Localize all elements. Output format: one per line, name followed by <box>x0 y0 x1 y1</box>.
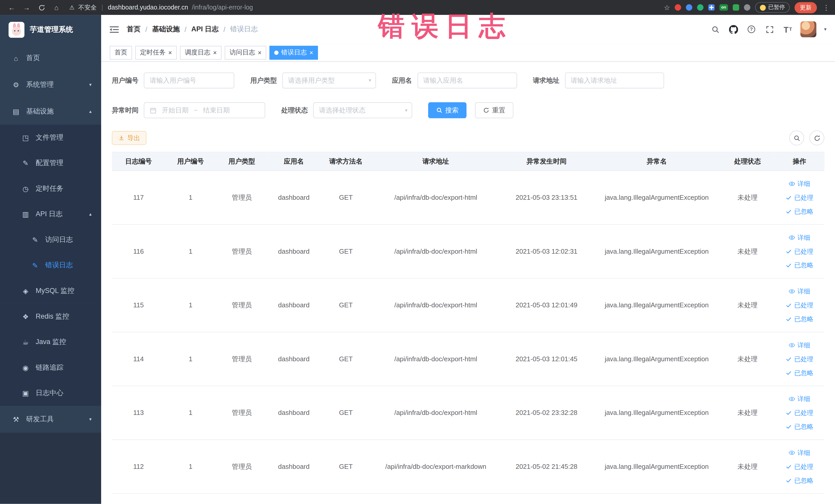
extension-puzzle-icon[interactable] <box>744 4 750 11</box>
extension-icon[interactable] <box>709 4 715 11</box>
sidebar-collapse-icon[interactable] <box>109 25 119 33</box>
toggle-search-button[interactable] <box>789 130 804 145</box>
tab-error-log[interactable]: 错误日志× <box>269 45 318 59</box>
search-icon[interactable] <box>710 24 720 35</box>
sidebar-item-scheduled-tasks[interactable]: ◷定时任务 <box>0 176 101 202</box>
browser-back-icon[interactable]: ← <box>5 1 18 14</box>
refresh-table-button[interactable] <box>809 130 824 145</box>
sidebar-item-file-management[interactable]: ◳文件管理 <box>0 124 101 150</box>
navbar-actions: ? TT ▾ <box>710 21 826 37</box>
column-header: 日志编号 <box>112 152 165 171</box>
detail-link[interactable]: 详细 <box>778 284 821 298</box>
mark-processed-link[interactable]: 已处理 <box>778 352 821 366</box>
tab-label: 访问日志 <box>229 48 255 57</box>
cell-url: /api/infra/db-doc/export-html <box>372 386 500 440</box>
fullscreen-icon[interactable] <box>765 24 775 35</box>
sidebar-item-log-center[interactable]: ▣日志中心 <box>0 380 101 406</box>
avatar-caret-down-icon[interactable]: ▾ <box>824 27 826 32</box>
mark-processed-link[interactable]: 已处理 <box>778 460 821 473</box>
sidebar-item-access-log[interactable]: ✎访问日志 <box>0 227 101 253</box>
github-icon[interactable] <box>728 24 739 35</box>
sidebar-item-api-logs[interactable]: ▥API 日志▴ <box>0 201 101 227</box>
table-header-row: 日志编号用户编号用户类型应用名请求方法名请求地址异常发生时间异常名处理状态操作 <box>112 152 824 171</box>
browser-home-icon[interactable]: ⌂ <box>50 1 63 14</box>
mark-ignored-link[interactable]: 已忽略 <box>778 312 821 326</box>
mark-processed-link[interactable]: 已处理 <box>778 244 821 258</box>
sidebar-item-system-management[interactable]: ⚙系统管理▾ <box>0 72 101 98</box>
extension-icon[interactable] <box>686 4 693 11</box>
sidebar-item-link-tracing[interactable]: ◉链路追踪 <box>0 355 101 381</box>
cell-exception: java.lang.IllegalArgumentException <box>593 440 720 494</box>
mark-processed-link[interactable]: 已处理 <box>778 191 821 205</box>
app-name-input[interactable] <box>417 73 517 88</box>
process-status-select[interactable]: 请选择处理状态 ▾ <box>313 102 412 118</box>
tab-schedule-log[interactable]: 调度日志× <box>180 45 222 59</box>
tab-scheduled-tasks[interactable]: 定时任务× <box>135 45 177 59</box>
export-button-label: 导出 <box>127 134 140 142</box>
detail-link[interactable]: 详细 <box>778 177 821 191</box>
request-url-input[interactable] <box>565 73 664 88</box>
sidebar-item-label: Java 监控 <box>36 337 66 347</box>
breadcrumb-item[interactable]: 首页 <box>127 24 141 34</box>
detail-link[interactable]: 详细 <box>778 338 821 352</box>
breadcrumb-item[interactable]: 基础设施 <box>152 24 180 34</box>
app-logo-row[interactable]: 芋道管理系统 <box>0 15 101 45</box>
user-avatar[interactable] <box>801 21 816 37</box>
mark-ignored-link[interactable]: 已忽略 <box>778 420 821 434</box>
mark-processed-link[interactable]: 已处理 <box>778 298 821 312</box>
sidebar-item-dev-tools[interactable]: ⚒研发工具▾ <box>0 406 101 432</box>
detail-link[interactable]: 详细 <box>778 446 821 460</box>
user-id-input[interactable] <box>144 73 235 88</box>
search-button[interactable]: 搜索 <box>428 102 466 118</box>
paused-badge[interactable]: 已暂停 <box>755 2 790 13</box>
detail-link[interactable]: 详细 <box>778 392 821 406</box>
extension-icon[interactable] <box>697 4 704 11</box>
browser-toolbar-right: ☆ on 已暂停 更新 ⋮ <box>664 2 830 13</box>
browser-update-button[interactable]: 更新 <box>794 2 817 13</box>
address-bar[interactable]: ⚠ 不安全 | dashboard.yudao.iocoder.cn/infra… <box>69 3 253 11</box>
tab-close-icon[interactable]: × <box>258 49 262 56</box>
font-size-icon[interactable]: TT <box>782 24 793 35</box>
mark-ignored-link[interactable]: 已忽略 <box>778 258 821 272</box>
extension-icon[interactable] <box>675 4 681 11</box>
tab-close-icon[interactable]: × <box>213 49 217 56</box>
tab-close-icon[interactable]: × <box>309 49 313 56</box>
extension-on-badge[interactable]: on <box>719 4 728 11</box>
sidebar-item-java-monitor[interactable]: ☕Java 监控 <box>0 329 101 355</box>
tab-home[interactable]: 首页 <box>109 45 132 59</box>
cell-url: /api/infra/db-doc/export-html <box>372 278 500 332</box>
sidebar-item-config-management[interactable]: ✎配置管理 <box>0 150 101 176</box>
mark-ignored-link[interactable]: 已忽略 <box>778 205 821 219</box>
column-header: 异常发生时间 <box>500 152 593 171</box>
sidebar-item-home[interactable]: ⌂首页 <box>0 45 101 72</box>
search-icon <box>436 107 443 114</box>
extension-icon[interactable] <box>733 4 739 11</box>
mark-ignored-link[interactable]: 已忽略 <box>778 473 821 487</box>
browser-reload-icon[interactable] <box>35 1 48 14</box>
sidebar-item-mysql-monitor[interactable]: ◈MySQL 监控 <box>0 278 101 304</box>
not-secure-warning-icon[interactable]: ⚠ <box>69 4 75 11</box>
browser-menu-icon[interactable]: ⋮ <box>823 3 830 11</box>
cell-user_id: 1 <box>165 171 216 225</box>
sidebar-item-infrastructure[interactable]: ▤基础设施▴ <box>0 98 101 125</box>
sidebar-item-redis-monitor[interactable]: ❖Redis 监控 <box>0 304 101 329</box>
app-title: 芋道管理系统 <box>30 25 73 35</box>
help-icon[interactable]: ? <box>747 24 757 35</box>
mark-ignored-link[interactable]: 已忽略 <box>778 366 821 380</box>
user-type-select[interactable]: 请选择用户类型 ▾ <box>282 73 376 88</box>
tab-access-log[interactable]: 访问日志× <box>225 45 266 59</box>
browser-forward-icon[interactable]: → <box>20 1 33 14</box>
mark-processed-link[interactable]: 已处理 <box>778 406 821 420</box>
tab-close-icon[interactable]: × <box>168 49 172 56</box>
trace-icon: ◉ <box>21 364 30 371</box>
breadcrumb-separator: / <box>223 25 225 33</box>
app-name-label: 应用名 <box>392 76 412 85</box>
breadcrumb-item[interactable]: API 日志 <box>191 24 219 34</box>
export-button[interactable]: 导出 <box>112 131 147 145</box>
sidebar-item-error-log[interactable]: ✎错误日志 <box>0 253 101 278</box>
detail-link[interactable]: 详细 <box>778 230 821 244</box>
cell-method: GET <box>320 440 372 494</box>
reset-button[interactable]: 重置 <box>475 102 513 118</box>
date-range-picker[interactable]: 开始日期 ~ 结束日期 <box>144 102 265 118</box>
bookmark-star-icon[interactable]: ☆ <box>664 3 670 11</box>
